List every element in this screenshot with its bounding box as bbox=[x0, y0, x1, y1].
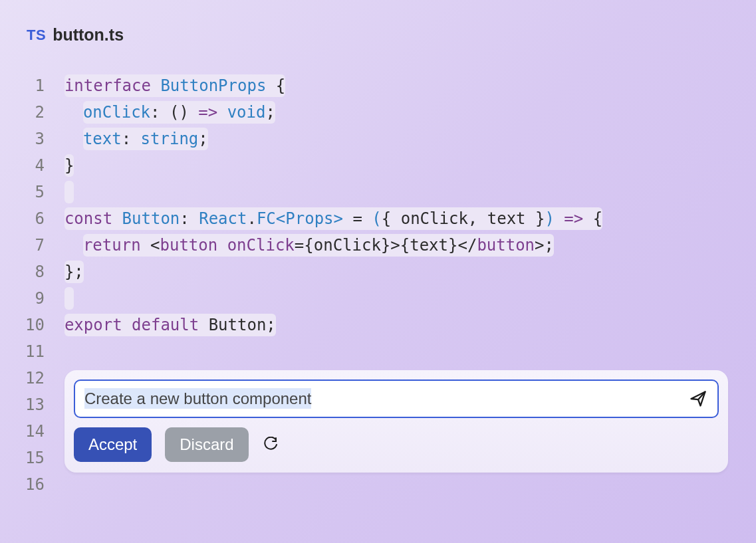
code-line[interactable] bbox=[64, 179, 736, 205]
code-line[interactable]: } bbox=[64, 152, 736, 179]
code-editor[interactable]: 1 2 3 4 5 6 7 8 9 10 11 12 13 14 15 16 i… bbox=[0, 72, 756, 498]
line-number: 12 bbox=[25, 365, 45, 391]
accept-button[interactable]: Accept bbox=[74, 427, 152, 462]
filename-label: button.ts bbox=[53, 25, 124, 45]
line-number: 11 bbox=[25, 338, 45, 365]
line-number: 3 bbox=[35, 126, 44, 152]
line-number: 1 bbox=[35, 72, 44, 99]
inline-ai-prompt-panel: Create a new button component Accept Dis… bbox=[64, 370, 728, 473]
line-number: 14 bbox=[25, 418, 45, 445]
code-line[interactable]: export default Button; bbox=[64, 312, 736, 338]
typescript-badge-icon: TS bbox=[27, 27, 46, 44]
line-number: 7 bbox=[35, 232, 44, 259]
prompt-input-container[interactable]: Create a new button component bbox=[74, 380, 719, 418]
code-block[interactable]: interface ButtonProps { onClick: () => v… bbox=[64, 72, 736, 365]
code-line[interactable]: const Button: React.FC<Props> = ({ onCli… bbox=[64, 205, 736, 232]
line-number: 4 bbox=[35, 152, 44, 179]
line-number: 15 bbox=[25, 445, 45, 471]
line-number: 10 bbox=[25, 312, 45, 338]
code-line[interactable]: }; bbox=[64, 259, 736, 285]
refresh-icon[interactable] bbox=[262, 436, 279, 453]
line-number: 13 bbox=[25, 391, 45, 418]
code-line[interactable] bbox=[64, 285, 736, 312]
code-line[interactable]: interface ButtonProps { bbox=[64, 72, 736, 99]
code-column[interactable]: interface ButtonProps { onClick: () => v… bbox=[64, 72, 756, 498]
line-number: 8 bbox=[35, 259, 44, 285]
prompt-input[interactable]: Create a new button component bbox=[84, 389, 688, 408]
code-line[interactable]: text: string; bbox=[64, 126, 736, 152]
line-gutter: 1 2 3 4 5 6 7 8 9 10 11 12 13 14 15 16 bbox=[25, 72, 64, 498]
discard-button[interactable]: Discard bbox=[165, 427, 248, 462]
line-number: 9 bbox=[35, 285, 44, 312]
code-line[interactable]: onClick: () => void; bbox=[64, 99, 736, 126]
line-number: 2 bbox=[35, 99, 44, 126]
code-line[interactable] bbox=[64, 338, 736, 365]
line-number: 5 bbox=[35, 179, 44, 205]
send-icon[interactable] bbox=[688, 389, 708, 409]
editor-header: TS button.ts bbox=[0, 0, 756, 45]
line-number: 16 bbox=[25, 471, 45, 498]
prompt-actions: Accept Discard bbox=[74, 427, 719, 462]
line-number: 6 bbox=[35, 205, 44, 232]
code-line[interactable]: return <button onClick={onClick}>{text}<… bbox=[64, 232, 736, 259]
